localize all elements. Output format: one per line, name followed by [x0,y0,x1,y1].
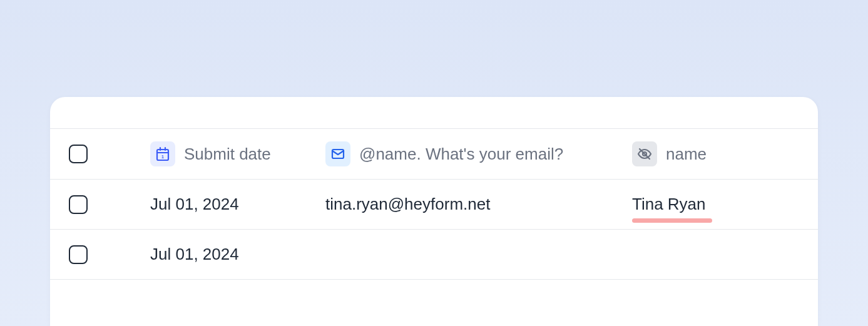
cell-date: Jul 01, 2024 [150,245,325,264]
mail-icon [325,141,350,166]
cell-name: Tina Ryan [632,195,818,214]
table-header-row: 1 Submit date @name. What's your email? [50,128,818,180]
cell-email: tina.ryan@heyform.net [325,195,632,214]
submissions-card: 1 Submit date @name. What's your email? [50,97,818,326]
svg-text:1: 1 [161,155,164,159]
cell-date: Jul 01, 2024 [150,195,325,214]
email-value: tina.ryan@heyform.net [325,195,490,214]
hidden-icon [632,141,657,166]
row-checkbox-col [69,195,150,214]
row-checkbox[interactable] [69,195,88,214]
header-checkbox-col [69,145,150,163]
header-submit-date[interactable]: 1 Submit date [150,141,325,166]
submissions-table: 1 Submit date @name. What's your email? [50,128,818,280]
date-value: Jul 01, 2024 [150,245,239,264]
table-row[interactable]: Jul 01, 2024 tina.ryan@heyform.net Tina … [50,180,818,230]
calendar-icon: 1 [150,141,175,166]
name-value: Tina Ryan [632,195,706,214]
header-email[interactable]: @name. What's your email? [325,141,632,166]
header-name[interactable]: name [632,141,818,166]
email-label: @name. What's your email? [359,145,563,164]
name-label: name [666,145,707,164]
date-value: Jul 01, 2024 [150,195,239,214]
row-checkbox[interactable] [69,245,88,264]
table-row[interactable]: Jul 01, 2024 [50,230,818,280]
row-checkbox-col [69,245,150,264]
submit-date-label: Submit date [184,145,271,164]
select-all-checkbox[interactable] [69,145,88,163]
